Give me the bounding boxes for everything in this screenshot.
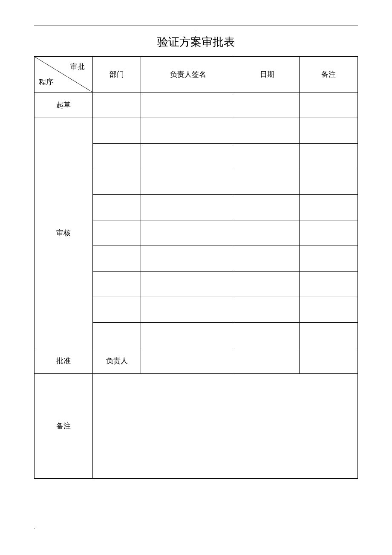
review-dept <box>92 220 141 246</box>
review-remark <box>300 118 358 144</box>
approve-label: 批准 <box>35 348 93 374</box>
header-procedure-label: 程序 <box>39 77 53 87</box>
review-remark <box>300 220 358 246</box>
header-approval-label: 审批 <box>70 62 85 72</box>
header-date: 日期 <box>235 57 300 92</box>
review-sign <box>141 272 235 297</box>
review-dept <box>92 246 141 272</box>
review-sign <box>141 195 235 220</box>
draft-date <box>235 92 300 118</box>
review-date <box>235 169 300 195</box>
approve-dept: 负责人 <box>92 348 141 374</box>
row-draft: 起草 <box>35 92 358 118</box>
footer-dot: . <box>34 525 35 529</box>
review-date <box>235 272 300 297</box>
draft-sign <box>141 92 235 118</box>
review-dept <box>92 323 141 348</box>
review-dept <box>92 195 141 220</box>
review-remark <box>300 169 358 195</box>
draft-dept <box>92 92 141 118</box>
page-title: 验证方案审批表 <box>34 35 358 49</box>
notes-content <box>92 374 357 479</box>
row-notes: 备注 <box>35 374 358 479</box>
review-sign <box>141 118 235 144</box>
top-dot: . <box>34 29 358 31</box>
review-dept <box>92 297 141 323</box>
review-remark <box>300 144 358 169</box>
draft-remark <box>300 92 358 118</box>
review-remark <box>300 323 358 348</box>
review-sign <box>141 246 235 272</box>
header-dept: 部门 <box>92 57 141 92</box>
review-date <box>235 118 300 144</box>
review-date <box>235 323 300 348</box>
review-dept <box>92 272 141 297</box>
review-date <box>235 220 300 246</box>
top-rule <box>34 26 358 26</box>
review-remark <box>300 272 358 297</box>
review-date <box>235 246 300 272</box>
review-sign <box>141 144 235 169</box>
row-approve: 批准 负责人 <box>35 348 358 374</box>
review-sign <box>141 169 235 195</box>
approve-remark <box>300 348 358 374</box>
review-remark <box>300 246 358 272</box>
header-remark: 备注 <box>300 57 358 92</box>
approve-date <box>235 348 300 374</box>
approval-table: 审批 程序 部门 负责人签名 日期 备注 起草 审核 <box>34 56 358 479</box>
review-date <box>235 144 300 169</box>
review-dept <box>92 169 141 195</box>
review-sign <box>141 323 235 348</box>
approve-sign <box>141 348 235 374</box>
review-sign <box>141 297 235 323</box>
review-label: 审核 <box>35 118 93 348</box>
table-header-row: 审批 程序 部门 负责人签名 日期 备注 <box>35 57 358 92</box>
review-date <box>235 195 300 220</box>
review-dept <box>92 144 141 169</box>
header-sign: 负责人签名 <box>141 57 235 92</box>
row-review-0: 审核 <box>35 118 358 144</box>
review-sign <box>141 220 235 246</box>
notes-label: 备注 <box>35 374 93 479</box>
review-date <box>235 297 300 323</box>
review-remark <box>300 297 358 323</box>
review-dept <box>92 118 141 144</box>
draft-label: 起草 <box>35 92 93 118</box>
header-diagonal-cell: 审批 程序 <box>35 57 93 92</box>
review-remark <box>300 195 358 220</box>
